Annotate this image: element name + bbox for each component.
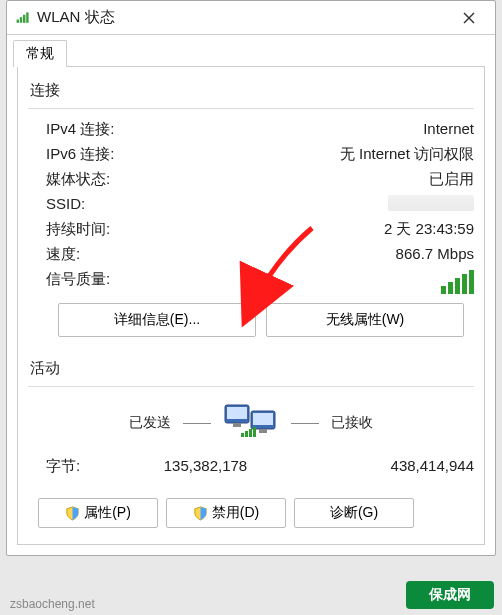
connection-group: 连接 IPv4 连接: Internet IPv6 连接: 无 Internet…: [28, 75, 474, 353]
duration-value: 2 天 23:43:59: [384, 220, 474, 239]
watermark-brand: 保成网: [406, 581, 494, 609]
svg-rect-11: [259, 429, 267, 433]
svg-rect-0: [17, 19, 19, 22]
titlebar: WLAN 状态: [7, 1, 495, 35]
ssid-label: SSID:: [28, 195, 85, 214]
bytes-sent: 135,382,178: [116, 457, 295, 476]
disable-button[interactable]: 禁用(D): [166, 498, 286, 528]
close-icon: [463, 12, 475, 24]
diagnose-button[interactable]: 诊断(G): [294, 498, 414, 528]
tab-general[interactable]: 常规: [13, 40, 67, 67]
media-label: 媒体状态:: [28, 170, 110, 189]
kv-ipv4: IPv4 连接: Internet: [28, 117, 474, 142]
signal-label: 信号质量:: [28, 270, 110, 294]
divider: [28, 386, 474, 387]
svg-rect-14: [249, 429, 252, 437]
bytes-row: 字节: 135,382,178 438,414,944: [28, 451, 474, 482]
bottom-buttons: 属性(P) 禁用(D) 诊断(G): [28, 488, 474, 538]
ipv6-value: 无 Internet 访问权限: [340, 145, 474, 164]
svg-rect-15: [253, 427, 256, 437]
media-value: 已启用: [429, 170, 474, 189]
ssid-value: [388, 195, 474, 214]
computers-icon: [223, 401, 279, 445]
close-button[interactable]: [451, 5, 487, 31]
svg-rect-12: [241, 433, 244, 437]
ipv4-value: Internet: [423, 120, 474, 139]
kv-signal: 信号质量:: [28, 267, 474, 297]
activity-group: 活动 已发送 已接收 字节: 1: [28, 353, 474, 488]
svg-rect-10: [253, 413, 273, 425]
wlan-status-dialog: WLAN 状态 常规 连接 IPv4 连接: Internet IPv6 连接:…: [6, 0, 496, 556]
duration-label: 持续时间:: [28, 220, 110, 239]
wireless-properties-button[interactable]: 无线属性(W): [266, 303, 464, 337]
disable-label: 禁用(D): [212, 504, 259, 522]
ssid-blurred: [388, 195, 474, 211]
svg-rect-13: [245, 431, 248, 437]
details-button[interactable]: 详细信息(E)...: [58, 303, 256, 337]
activity-row: 已发送 已接收: [28, 395, 474, 451]
kv-media: 媒体状态: 已启用: [28, 167, 474, 192]
connection-header: 连接: [30, 81, 474, 100]
ipv4-label: IPv4 连接:: [28, 120, 114, 139]
bytes-label: 字节:: [28, 457, 116, 476]
shield-icon: [65, 506, 80, 521]
svg-rect-8: [233, 423, 241, 427]
signal-bars-icon: [439, 270, 474, 294]
received-label: 已接收: [331, 414, 373, 432]
ipv6-label: IPv6 连接:: [28, 145, 114, 164]
signal-value: [439, 270, 474, 294]
properties-label: 属性(P): [84, 504, 131, 522]
sent-label: 已发送: [129, 414, 171, 432]
kv-speed: 速度: 866.7 Mbps: [28, 242, 474, 267]
svg-rect-2: [23, 14, 25, 22]
divider: [28, 108, 474, 109]
svg-rect-3: [26, 12, 28, 22]
properties-button[interactable]: 属性(P): [38, 498, 158, 528]
kv-ssid: SSID:: [28, 192, 474, 217]
panel: 连接 IPv4 连接: Internet IPv6 连接: 无 Internet…: [17, 66, 485, 545]
activity-header: 活动: [30, 359, 474, 378]
svg-rect-1: [20, 17, 22, 23]
shield-icon: [193, 506, 208, 521]
line-icon: [183, 423, 211, 424]
speed-value: 866.7 Mbps: [396, 245, 474, 264]
svg-rect-7: [227, 407, 247, 419]
line-icon: [291, 423, 319, 424]
window-title: WLAN 状态: [37, 8, 451, 27]
bytes-received: 438,414,944: [295, 457, 474, 476]
connection-buttons: 详细信息(E)... 无线属性(W): [28, 297, 474, 347]
speed-label: 速度:: [28, 245, 80, 264]
watermark-url: zsbaocheng.net: [10, 597, 95, 611]
diagnose-label: 诊断(G): [330, 504, 378, 522]
kv-duration: 持续时间: 2 天 23:43:59: [28, 217, 474, 242]
kv-ipv6: IPv6 连接: 无 Internet 访问权限: [28, 142, 474, 167]
wifi-icon: [15, 11, 31, 25]
tabs: 常规: [7, 35, 495, 66]
